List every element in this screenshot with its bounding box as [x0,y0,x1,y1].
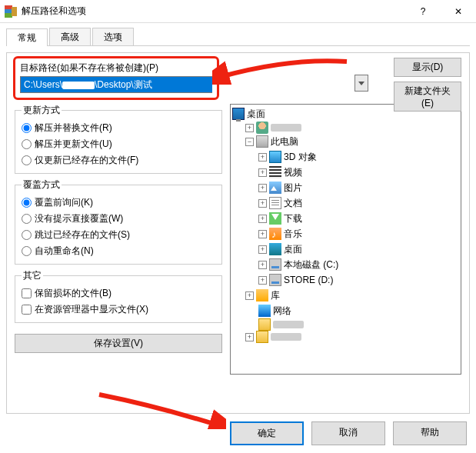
tab-panel: 目标路径(如果不存在将被创建)(P) C:\Users\\Desktop\测试 … [6,52,470,414]
expand-icon[interactable]: + [258,215,267,223]
destination-path-label: 目标路径(如果不存在将被创建)(P) [20,62,212,75]
overwrite-opt-ask[interactable]: 覆盖前询问(K) [22,195,215,211]
expand-icon[interactable]: + [245,333,254,341]
tree-network[interactable]: 网络 [232,303,459,318]
download-icon [269,212,281,225]
tab-advanced[interactable]: 高级 [49,28,91,45]
tree-thispc[interactable]: −此电脑 [232,134,459,149]
update-opt-refresh[interactable]: 仅更新已经存在的文件(F) [22,152,215,168]
music-icon [269,228,281,240]
close-caption-button[interactable]: ✕ [441,0,476,23]
expand-icon[interactable]: + [258,168,267,177]
svg-marker-0 [358,82,364,85]
disk-icon [269,258,281,271]
network-icon [258,305,271,317]
picture-icon [269,182,281,194]
overwrite-opt-noask[interactable]: 没有提示直接覆盖(W) [22,211,215,227]
redacted-segment [62,82,95,89]
tab-options[interactable]: 选项 [92,28,134,45]
destination-path-input[interactable]: C:\Users\\Desktop\测试 [20,76,212,93]
misc-group: 其它 保留损坏的文件(B) 在资源管理器中显示文件(X) [15,269,222,323]
app-icon [5,5,17,18]
help-button[interactable]: 帮助 [393,421,467,445]
collapse-icon[interactable]: − [245,138,254,146]
folder-icon [256,331,268,343]
window-title: 解压路径和选项 [22,5,405,18]
tree-desk[interactable]: +桌面 [232,241,459,257]
tree-libraries[interactable]: +库 [232,288,459,303]
tab-general[interactable]: 常规 [6,28,48,46]
update-mode-group: 更新方式 解压并替换文件(R) 解压并更新文件(U) 仅更新已经存在的文件(F) [15,104,222,174]
cancel-button[interactable]: 取消 [311,421,385,445]
expand-icon[interactable]: + [258,261,267,269]
tree-store[interactable]: +STORE (D:) [232,272,459,288]
path-text-prefix: C:\Users\ [24,79,62,90]
tree-music[interactable]: +音乐 [232,226,459,241]
folder-icon [258,318,271,331]
tree-folder-1[interactable] [232,318,459,331]
new-folder-button[interactable]: 新建文件夹(E) [394,82,461,112]
dialog-footer: 确定 取消 帮助 [230,421,467,445]
redacted-user [271,124,301,132]
ok-button[interactable]: 确定 [230,421,304,445]
computer-icon [256,135,268,148]
tree-documents[interactable]: +文档 [232,195,459,211]
save-settings-button[interactable]: 保存设置(V) [15,334,222,353]
expand-icon[interactable]: + [245,124,254,132]
misc-legend: 其它 [22,269,43,282]
path-dropdown-button[interactable] [355,75,368,92]
expand-icon[interactable]: + [258,153,267,162]
monitor-icon [232,108,245,120]
misc-show-explorer[interactable]: 在资源管理器中显示文件(X) [22,301,215,318]
user-icon [256,122,268,134]
tree-user[interactable]: + [232,122,459,134]
video-icon [269,166,281,178]
expand-icon[interactable]: + [258,184,267,192]
overwrite-mode-group: 覆盖方式 覆盖前询问(K) 没有提示直接覆盖(W) 跳过已经存在的文件(S) 自… [15,178,222,265]
tree-3dobjects[interactable]: +3D 对象 [232,149,459,165]
expand-icon[interactable]: + [258,245,267,254]
cube-icon [269,151,281,163]
folder-tree[interactable]: 桌面 + −此电脑 +3D 对象 +视频 +图片 +文档 +下载 +音乐 +桌面… [230,104,461,375]
tree-videos[interactable]: +视频 [232,165,459,180]
titlebar: 解压路径和选项 ? ✕ [0,0,476,23]
expand-icon[interactable]: + [245,291,254,300]
overwrite-opt-rename[interactable]: 自动重命名(N) [22,243,215,259]
display-button[interactable]: 显示(D) [394,58,461,77]
redacted-folder [273,321,304,328]
overwrite-mode-legend: 覆盖方式 [22,178,62,192]
disk-icon [269,274,281,286]
redacted-folder [271,333,301,341]
tabstrip: 常规 高级 选项 [6,28,470,46]
overwrite-opt-skip[interactable]: 跳过已经存在的文件(S) [22,227,215,243]
desktop-icon [269,243,281,255]
update-opt-update[interactable]: 解压并更新文件(U) [22,136,215,152]
expand-icon[interactable]: + [258,276,267,285]
library-icon [256,289,268,301]
path-text-suffix: \Desktop\测试 [95,79,152,90]
tree-downloads[interactable]: +下载 [232,211,459,226]
misc-keep-broken[interactable]: 保留损坏的文件(B) [22,285,215,301]
tree-pictures[interactable]: +图片 [232,180,459,195]
destination-path-group: 目标路径(如果不存在将被创建)(P) C:\Users\\Desktop\测试 [13,56,219,100]
expand-icon[interactable]: + [258,230,267,238]
tree-local-disk[interactable]: +本地磁盘 (C:) [232,257,459,272]
update-mode-legend: 更新方式 [22,104,62,117]
tree-folder-2[interactable]: + [232,331,459,343]
expand-icon[interactable]: + [258,199,267,208]
update-opt-replace[interactable]: 解压并替换文件(R) [22,120,215,136]
help-caption-button[interactable]: ? [405,0,441,23]
document-icon [269,197,281,209]
chevron-down-icon [358,82,364,85]
